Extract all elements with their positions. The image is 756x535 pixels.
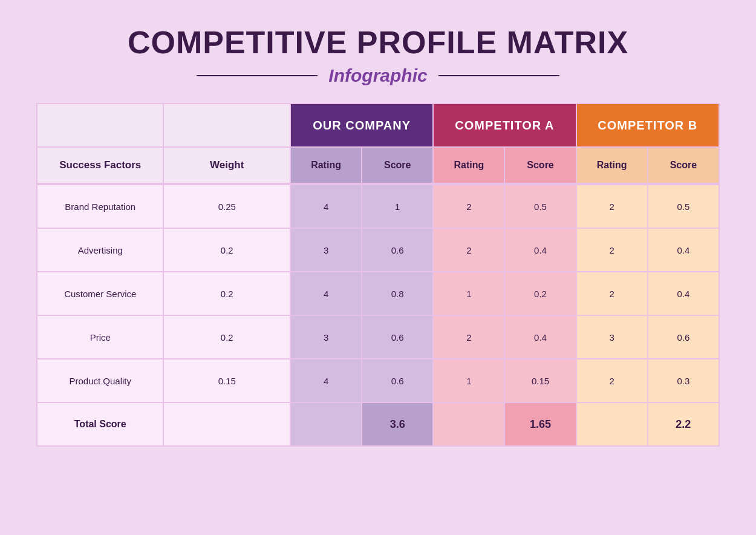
total-b-score: 2.2 [648, 402, 719, 446]
our-rating-cell: 4 [290, 272, 362, 315]
b-rating-cell: 2 [576, 228, 648, 272]
b-score-cell: 0.4 [648, 272, 719, 315]
b-score-cell: 0.3 [648, 359, 719, 402]
a-score-header: Score [504, 147, 576, 183]
our-score-cell: 1 [362, 185, 433, 228]
header-row-2: Success Factors Weight Rating Score Rati… [37, 147, 719, 183]
table-row: Advertising 0.2 3 0.6 2 0.4 2 0.4 [37, 228, 719, 272]
comp-a-header: COMPETITOR A [433, 103, 576, 147]
our-score-cell: 0.6 [362, 228, 433, 272]
data-table: Brand Reputation 0.25 4 1 2 0.5 2 0.5 Ad… [36, 184, 720, 447]
b-rating-cell: 2 [576, 272, 648, 315]
a-score-cell: 0.4 [504, 228, 576, 272]
b-rating-cell: 3 [576, 315, 648, 359]
factor-cell: Price [37, 315, 163, 359]
table-row: Price 0.2 3 0.6 2 0.4 3 0.6 [37, 315, 719, 359]
b-rating-header: Rating [576, 147, 648, 183]
matrix-table: OUR COMPANY COMPETITOR A COMPETITOR B Su… [36, 103, 720, 184]
a-rating-cell: 2 [433, 315, 504, 359]
weight-cell: 0.2 [163, 315, 290, 359]
b-score-cell: 0.6 [648, 315, 719, 359]
our-rating-cell: 4 [290, 185, 362, 228]
a-score-cell: 0.5 [504, 185, 576, 228]
subtitle-row: Infographic [197, 65, 559, 86]
weight-cell: 0.2 [163, 272, 290, 315]
header-row-1: OUR COMPANY COMPETITOR A COMPETITOR B [37, 103, 719, 147]
total-b-rating-empty [576, 402, 648, 446]
right-divider [438, 75, 559, 76]
a-rating-cell: 1 [433, 272, 504, 315]
total-our-score: 3.6 [362, 402, 433, 446]
a-score-cell: 0.2 [504, 272, 576, 315]
subtitle: Infographic [328, 65, 427, 86]
page-title: COMPETITIVE PROFILE MATRIX [128, 24, 628, 61]
our-score-cell: 0.8 [362, 272, 433, 315]
total-a-rating-empty [433, 402, 504, 446]
table-row: Customer Service 0.2 4 0.8 1 0.2 2 0.4 [37, 272, 719, 315]
factor-cell: Advertising [37, 228, 163, 272]
total-our-rating-empty [290, 402, 362, 446]
b-rating-cell: 2 [576, 359, 648, 402]
total-empty-1 [163, 402, 290, 446]
a-rating-cell: 2 [433, 228, 504, 272]
a-rating-cell: 2 [433, 185, 504, 228]
total-row: Total Score 3.6 1.65 2.2 [37, 402, 719, 446]
our-score-cell: 0.6 [362, 315, 433, 359]
our-rating-cell: 3 [290, 228, 362, 272]
our-rating-cell: 3 [290, 315, 362, 359]
weight-cell: 0.25 [163, 185, 290, 228]
a-score-cell: 0.4 [504, 315, 576, 359]
our-rating-cell: 4 [290, 359, 362, 402]
our-score-header: Score [362, 147, 433, 183]
factor-cell: Brand Reputation [37, 185, 163, 228]
factor-cell: Customer Service [37, 272, 163, 315]
b-score-cell: 0.5 [648, 185, 719, 228]
our-company-header: OUR COMPANY [290, 103, 433, 147]
total-a-score: 1.65 [504, 402, 576, 446]
weight-cell: 0.2 [163, 228, 290, 272]
empty-cell-1 [37, 103, 163, 147]
weight-header: Weight [163, 147, 290, 183]
a-rating-cell: 1 [433, 359, 504, 402]
a-rating-header: Rating [433, 147, 504, 183]
factor-cell: Product Quality [37, 359, 163, 402]
b-rating-cell: 2 [576, 185, 648, 228]
left-divider [197, 75, 318, 76]
comp-b-header: COMPETITOR B [576, 103, 719, 147]
b-score-header: Score [648, 147, 719, 183]
total-label: Total Score [37, 402, 163, 446]
our-rating-header: Rating [290, 147, 362, 183]
a-score-cell: 0.15 [504, 359, 576, 402]
empty-cell-2 [163, 103, 290, 147]
b-score-cell: 0.4 [648, 228, 719, 272]
table-row: Brand Reputation 0.25 4 1 2 0.5 2 0.5 [37, 185, 719, 228]
our-score-cell: 0.6 [362, 359, 433, 402]
table-row: Product Quality 0.15 4 0.6 1 0.15 2 0.3 [37, 359, 719, 402]
success-factors-header: Success Factors [37, 147, 163, 183]
weight-cell: 0.15 [163, 359, 290, 402]
